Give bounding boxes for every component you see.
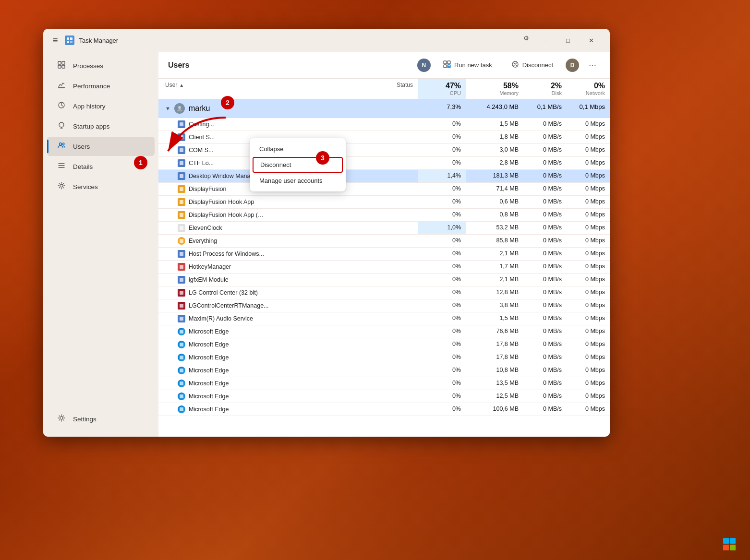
sidebar-item-startup[interactable]: Startup apps [47, 117, 155, 136]
process-status [341, 299, 418, 312]
table-row[interactable]: Microsoft Edge 0% 12,5 MB 0 MB/s 0 Mbps [158, 390, 610, 403]
process-name: Everything [189, 238, 217, 244]
process-status [341, 183, 418, 195]
process-cpu: 0% [418, 312, 466, 325]
process-network: 0 Mbps [567, 131, 610, 143]
sidebar-label-settings: Settings [73, 416, 97, 423]
table-row[interactable]: Microsoft Edge 0% 100,6 MB 0 MB/s 0 Mbps [158, 403, 610, 416]
context-menu[interactable]: Collapse Disconnect Manage user accounts [250, 138, 346, 191]
run-new-task-button[interactable]: Run new task [436, 58, 499, 72]
process-cpu: 0% [418, 325, 466, 338]
task-manager-window: ≡ Task Manager ⚙ — □ ✕ [43, 29, 610, 437]
table-row[interactable]: igfxEM Module 0% 2,1 MB 0 MB/s 0 Mbps [158, 274, 610, 286]
sidebar-item-settings[interactable]: Settings [47, 409, 155, 429]
process-name: Microsoft Edge [189, 328, 229, 335]
maximize-button[interactable]: □ [557, 33, 579, 48]
svg-point-12 [60, 184, 63, 187]
table-row[interactable]: Microsoft Edge 0% 17,8 MB 0 MB/s 0 Mbps [158, 351, 610, 364]
more-button[interactable]: ⋯ [585, 58, 600, 73]
process-disk: 0 MB/s [523, 144, 567, 156]
process-name-cell: DisplayFusion Hook App [158, 196, 341, 208]
process-network: 0 Mbps [567, 170, 610, 182]
table-row[interactable]: DisplayFusion Hook App (… 0% 0,8 MB 0 MB… [158, 209, 610, 222]
col-header-disk[interactable]: 2% Disk [523, 79, 567, 99]
process-icon [178, 237, 185, 245]
process-name-cell: LGControlCenterRTManage... [158, 299, 341, 312]
sidebar-item-services[interactable]: Services [47, 177, 155, 196]
table-row[interactable]: Microsoft Edge 0% 10,8 MB 0 MB/s 0 Mbps [158, 364, 610, 377]
table-row[interactable]: Host Process for Windows... 0% 2,1 MB 0 … [158, 248, 610, 261]
table-row[interactable]: Microsoft Edge 0% 76,6 MB 0 MB/s 0 Mbps [158, 325, 610, 338]
col-header-memory[interactable]: 58% Memory [466, 79, 523, 99]
table-row[interactable]: LGControlCenterRTManage... 0% 3,8 MB 0 M… [158, 299, 610, 312]
svg-rect-4 [58, 61, 61, 64]
process-network: 0 Mbps [567, 325, 610, 338]
table-row[interactable]: Everything 0% 85,8 MB 0 MB/s 0 Mbps [158, 235, 610, 248]
table-row[interactable]: DisplayFusion Hook App 0% 0,6 MB 0 MB/s … [158, 196, 610, 209]
process-cpu: 0% [418, 131, 466, 143]
process-memory: 71,4 MB [466, 183, 523, 195]
svg-point-11 [62, 143, 64, 145]
disconnect-header-button[interactable]: Disconnect [505, 58, 560, 72]
sidebar-label-startup: Startup apps [73, 123, 110, 130]
context-menu-disconnect[interactable]: Disconnect [253, 157, 343, 173]
process-icon [178, 289, 185, 297]
processes-icon [57, 61, 66, 71]
process-memory: 17,8 MB [466, 338, 523, 351]
process-disk: 0 MB/s [523, 196, 567, 208]
svg-rect-26 [180, 200, 183, 204]
process-network: 0 Mbps [567, 312, 610, 325]
process-name-cell: DisplayFusion Hook App (… [158, 209, 341, 221]
process-status [341, 118, 418, 131]
col-header-network[interactable]: 0% Network [567, 79, 610, 99]
svg-rect-41 [180, 394, 183, 398]
disconnect-header-label: Disconnect [522, 61, 553, 69]
process-cpu: 0% [418, 299, 466, 312]
hamburger-icon[interactable]: ≡ [51, 34, 60, 48]
col-header-user[interactable]: User ▲ [158, 79, 341, 99]
process-disk: 0 MB/s [523, 286, 567, 299]
table-row[interactable]: Microsoft Edge 0% 17,8 MB 0 MB/s 0 Mbps [158, 338, 610, 351]
svg-rect-31 [180, 265, 183, 269]
settings-icon[interactable]: ⚙ [520, 33, 533, 48]
process-network: 0 Mbps [567, 351, 610, 364]
process-network: 0 Mbps [567, 338, 610, 351]
svg-rect-6 [58, 65, 61, 68]
sidebar-item-processes[interactable]: Processes [47, 56, 155, 75]
process-memory: 76,6 MB [466, 325, 523, 338]
main-content: Processes Performance [43, 52, 610, 437]
sidebar-item-users[interactable]: Users [47, 137, 155, 156]
process-cpu: 0% [418, 377, 466, 390]
context-menu-manage[interactable]: Manage user accounts [250, 173, 346, 189]
process-cpu: 0% [418, 196, 466, 208]
svg-rect-1 [70, 37, 73, 40]
sidebar-bottom: Settings [43, 409, 158, 433]
process-cpu: 0% [418, 248, 466, 260]
table-row[interactable]: Maxim(R) Audio Service 0% 1,5 MB 0 MB/s … [158, 312, 610, 325]
process-icon [178, 405, 185, 413]
context-menu-collapse[interactable]: Collapse [250, 141, 346, 157]
sidebar-item-app-history[interactable]: App history [47, 96, 155, 116]
minimize-button[interactable]: — [534, 33, 556, 48]
process-disk: 0 MB/s [523, 274, 567, 286]
sidebar-item-performance[interactable]: Performance [47, 76, 155, 95]
svg-rect-15 [448, 61, 450, 64]
process-icon [178, 250, 185, 258]
table-row[interactable]: HotkeyManager 0% 1,7 MB 0 MB/s 0 Mbps [158, 261, 610, 274]
col-header-status[interactable]: Status [341, 79, 418, 99]
table-row[interactable]: Microsoft Edge 0% 13,5 MB 0 MB/s 0 Mbps [158, 377, 610, 390]
svg-point-10 [60, 143, 62, 145]
table-row[interactable]: DisplayFusion 0% 71,4 MB 0 MB/s 0 Mbps [158, 183, 610, 196]
process-disk: 0 MB/s [523, 248, 567, 260]
table-row[interactable]: LG Control Center (32 bit) 0% 12,8 MB 0 … [158, 286, 610, 299]
process-status [341, 235, 418, 247]
svg-point-13 [60, 417, 63, 419]
table-row[interactable]: ElevenClock 1,0% 53,2 MB 0 MB/s 0 Mbps [158, 222, 610, 235]
col-header-cpu[interactable]: 47% CPU [418, 79, 466, 99]
titlebar: ≡ Task Manager ⚙ — □ ✕ [43, 29, 610, 52]
process-icon [178, 185, 185, 193]
process-status [341, 144, 418, 156]
close-button[interactable]: ✕ [580, 33, 602, 48]
process-icon [178, 393, 185, 400]
process-icon [178, 263, 185, 271]
